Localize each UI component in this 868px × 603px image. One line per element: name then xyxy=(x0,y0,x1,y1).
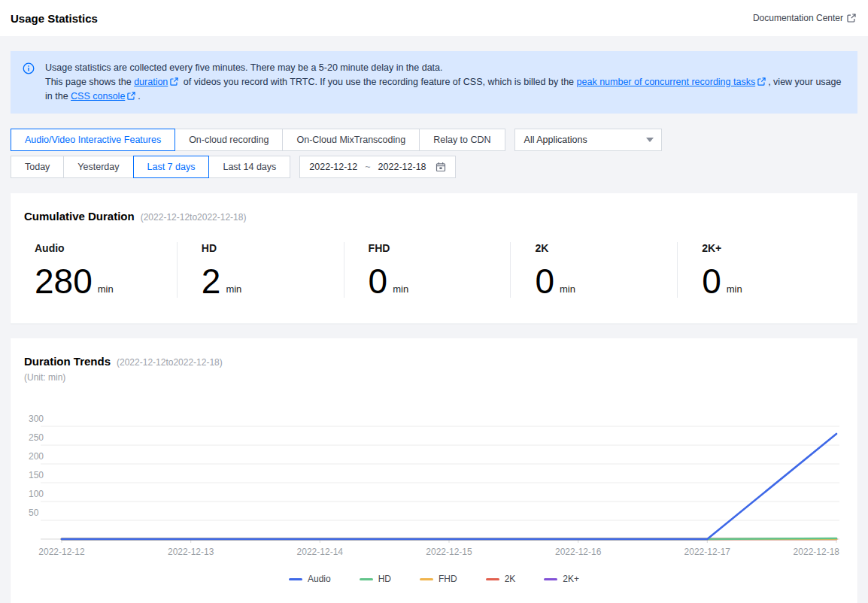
peak-concurrent-tasks-link[interactable]: peak number of concurrent recording task… xyxy=(577,77,756,87)
svg-text:200: 200 xyxy=(29,451,44,462)
svg-text:2022-12-16: 2022-12-16 xyxy=(555,547,602,557)
stat-unit: min xyxy=(727,283,742,295)
external-link-icon[interactable] xyxy=(170,77,178,86)
duration-trends-header: Duration Trends (2022-12-12to2022-12-18) xyxy=(11,338,857,368)
svg-text:2022-12-15: 2022-12-15 xyxy=(426,547,472,557)
stat-value: 2 xyxy=(202,265,221,298)
stat-hd: HD 2min xyxy=(177,242,344,298)
date-end: 2022-12-18 xyxy=(378,162,426,172)
top-bar: Usage Statistics Documentation Center xyxy=(0,0,868,36)
application-select[interactable]: All Applications xyxy=(514,129,662,151)
application-select-value: All Applications xyxy=(524,135,587,145)
info-icon xyxy=(23,62,35,74)
duration-link[interactable]: duration xyxy=(134,77,168,87)
banner-line2: This page shows the duration of videos y… xyxy=(45,75,844,104)
cumulative-duration-range: (2022-12-12to2022-12-18) xyxy=(141,212,247,223)
legend-swatch xyxy=(486,578,499,580)
date-range-picker[interactable]: 2022-12-12 ~ 2022-12-18 xyxy=(299,156,455,178)
legend-label: FHD xyxy=(439,574,457,584)
banner-text-segment: of videos you record with TRTC. If you u… xyxy=(184,77,574,87)
date-range-row: Today Yesterday Last 7 days Last 14 days… xyxy=(11,156,857,178)
unit-note: (Unit: min) xyxy=(11,368,857,383)
legend-swatch xyxy=(360,578,373,580)
info-banner: Usage statistics are collected every fiv… xyxy=(11,51,857,114)
duration-trends-title: Duration Trends xyxy=(24,355,111,368)
stat-2k-plus: 2K+ 0min xyxy=(677,242,844,298)
banner-text-segment: . xyxy=(138,91,140,102)
legend-item-2k-plus[interactable]: 2K+ xyxy=(544,574,579,584)
stat-2k: 2K 0min xyxy=(510,242,677,298)
stat-value: 0 xyxy=(702,265,721,298)
svg-text:100: 100 xyxy=(29,489,44,499)
svg-text:50: 50 xyxy=(29,508,39,518)
external-link-icon xyxy=(847,14,856,23)
date-start: 2022-12-12 xyxy=(309,162,357,172)
css-console-link[interactable]: CSS console xyxy=(71,91,125,102)
legend-swatch xyxy=(420,578,433,580)
stat-label: 2K xyxy=(535,242,677,254)
legend-swatch xyxy=(544,578,557,580)
stat-value: 280 xyxy=(35,265,93,298)
tab-on-cloud-recording[interactable]: On-cloud recording xyxy=(175,129,283,151)
svg-text:2022-12-12: 2022-12-12 xyxy=(38,547,85,557)
stat-label: FHD xyxy=(369,242,511,254)
cumulative-duration-card: Cumulative Duration (2022-12-12to2022-12… xyxy=(11,193,857,323)
stat-unit: min xyxy=(393,283,408,295)
documentation-center-link[interactable]: Documentation Center xyxy=(753,13,856,23)
legend-label: HD xyxy=(378,574,391,584)
calendar-icon xyxy=(436,162,446,172)
tab-audio-video-interactive-features[interactable]: Audio/Video Interactive Features xyxy=(11,129,175,151)
svg-text:2022-12-17: 2022-12-17 xyxy=(684,547,731,557)
chart-legend: AudioHDFHD2K2K+ xyxy=(11,569,857,603)
legend-item-2k[interactable]: 2K xyxy=(486,574,516,584)
cumulative-duration-header: Cumulative Duration (2022-12-12to2022-12… xyxy=(11,193,857,223)
stat-audio: Audio 280min xyxy=(24,242,177,298)
external-link-icon[interactable] xyxy=(127,92,135,100)
tab-relay-to-cdn[interactable]: Relay to CDN xyxy=(419,129,505,151)
banner-text-segment: This page shows the xyxy=(45,77,132,87)
main-content: Usage statistics are collected every fiv… xyxy=(0,36,868,603)
stat-label: HD xyxy=(202,242,344,254)
stat-value: 0 xyxy=(369,265,388,298)
svg-text:150: 150 xyxy=(29,470,44,480)
date-range-tab-group: Today Yesterday Last 7 days Last 14 days xyxy=(11,156,290,178)
legend-label: Audio xyxy=(308,574,331,584)
svg-text:2022-12-14: 2022-12-14 xyxy=(297,547,344,557)
stat-fhd: FHD 0min xyxy=(344,242,511,298)
banner-text: Usage statistics are collected every fiv… xyxy=(45,61,844,104)
stat-label: Audio xyxy=(35,242,177,254)
cumulative-stats-row: Audio 280min HD 2min FHD 0min 2K 0min 2K… xyxy=(11,223,857,323)
svg-text:2022-12-18: 2022-12-18 xyxy=(794,547,840,557)
svg-text:250: 250 xyxy=(29,432,44,443)
legend-label: 2K+ xyxy=(563,574,579,584)
page-title: Usage Statistics xyxy=(11,12,98,25)
date-separator: ~ xyxy=(365,162,370,172)
duration-trends-range: (2022-12-12to2022-12-18) xyxy=(117,357,223,368)
cumulative-duration-title: Cumulative Duration xyxy=(24,210,135,223)
stat-unit: min xyxy=(560,283,575,295)
stat-unit: min xyxy=(226,283,241,295)
svg-text:300: 300 xyxy=(29,414,44,424)
legend-label: 2K xyxy=(505,574,516,584)
range-tab-last-7-days[interactable]: Last 7 days xyxy=(133,156,210,178)
external-link-icon[interactable] xyxy=(757,77,766,86)
range-tab-today[interactable]: Today xyxy=(11,156,64,178)
legend-item-audio[interactable]: Audio xyxy=(289,574,331,584)
duration-trends-card: Duration Trends (2022-12-12to2022-12-18)… xyxy=(11,338,857,603)
feature-tab-group: Audio/Video Interactive Features On-clou… xyxy=(11,129,505,151)
legend-item-fhd[interactable]: FHD xyxy=(420,574,457,584)
legend-swatch xyxy=(289,578,302,580)
duration-trends-chart: 501001502002503002022-12-122022-12-13202… xyxy=(23,408,845,559)
chevron-down-icon xyxy=(646,138,654,142)
range-tab-last-14-days[interactable]: Last 14 days xyxy=(208,156,290,178)
legend-item-hd[interactable]: HD xyxy=(360,574,391,584)
stat-label: 2K+ xyxy=(702,242,844,254)
tab-on-cloud-mixtranscoding[interactable]: On-Cloud MixTranscoding xyxy=(282,129,420,151)
stat-value: 0 xyxy=(535,265,554,298)
range-tab-yesterday[interactable]: Yesterday xyxy=(63,156,133,178)
stat-unit: min xyxy=(98,283,114,295)
chart-area: 501001502002503002022-12-122022-12-13202… xyxy=(11,383,857,569)
banner-line1: Usage statistics are collected every fiv… xyxy=(45,61,844,75)
svg-text:2022-12-13: 2022-12-13 xyxy=(168,547,214,557)
documentation-center-label: Documentation Center xyxy=(753,13,843,23)
